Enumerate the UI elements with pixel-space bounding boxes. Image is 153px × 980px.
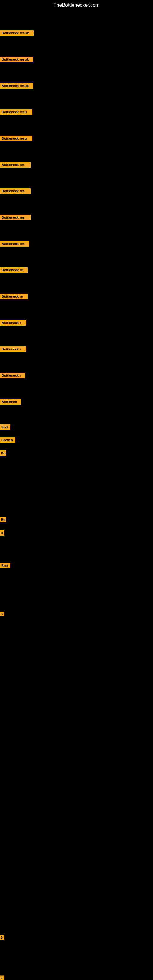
bottleneck-badge-15[interactable]: Bottlenec	[0, 399, 21, 404]
bottleneck-badge-9[interactable]: Bottleneck res	[0, 241, 29, 247]
site-title: TheBottlenecker.com	[0, 0, 153, 10]
items-container: Bottleneck result Bottleneck result Bott…	[0, 10, 153, 980]
bottleneck-badge-51[interactable]: B	[0, 935, 4, 940]
site-header: TheBottlenecker.com	[0, 0, 153, 10]
bottleneck-badge-13[interactable]: Bottleneck r	[0, 346, 26, 352]
bottleneck-badge-16[interactable]: Bott	[0, 425, 10, 430]
bottleneck-badge-21[interactable]: Bo	[0, 517, 6, 522]
bottleneck-badge-54[interactable]: E	[0, 976, 4, 980]
bottleneck-badge-6[interactable]: Bottleneck res	[0, 162, 30, 167]
bottleneck-badge-17[interactable]: Bottlen	[0, 438, 15, 443]
bottleneck-badge-22[interactable]: B	[0, 530, 4, 536]
bottleneck-badge-1[interactable]: Bottleneck result	[0, 30, 33, 36]
bottleneck-badge-4[interactable]: Bottleneck resu	[0, 109, 32, 115]
bottleneck-badge-3[interactable]: Bottleneck result	[0, 83, 33, 89]
bottleneck-badge-11[interactable]: Bottleneck re	[0, 294, 27, 299]
bottleneck-badge-7[interactable]: Bottleneck res	[0, 188, 30, 194]
bottleneck-badge-2[interactable]: Bottleneck result	[0, 57, 33, 62]
bottleneck-badge-24[interactable]: Bott	[0, 563, 10, 568]
bottleneck-badge-12[interactable]: Bottleneck r	[0, 320, 26, 326]
bottleneck-badge-8[interactable]: Bottleneck res	[0, 215, 30, 220]
bottleneck-badge-18[interactable]: Bo	[0, 450, 6, 456]
bottleneck-badge-10[interactable]: Bottleneck re	[0, 267, 27, 273]
bottleneck-badge-5[interactable]: Bottleneck resu	[0, 136, 32, 141]
bottleneck-badge-14[interactable]: Bottleneck r	[0, 373, 25, 378]
bottleneck-badge-27[interactable]: B	[0, 612, 4, 616]
